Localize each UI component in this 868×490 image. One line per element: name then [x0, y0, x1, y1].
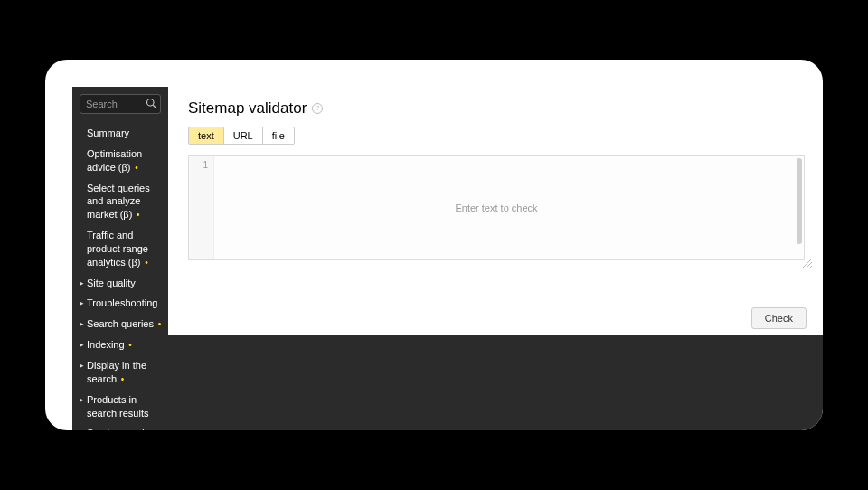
tab-text[interactable]: text: [188, 127, 224, 145]
sidebar-item-1[interactable]: ▸Optimisation advice (β) •: [80, 144, 168, 178]
caret-right-icon: ▸: [80, 277, 87, 289]
caret-right-icon: ▸: [80, 427, 87, 430]
sidebar-item-7[interactable]: ▸Indexing •: [80, 335, 168, 355]
tabs: textURLfile: [188, 127, 805, 145]
status-dot-icon: •: [156, 319, 161, 329]
caret-right-icon: ▸: [80, 297, 87, 309]
sidebar-item-label: Optimisation advice (β) •: [87, 147, 165, 174]
page-title: Sitemap validator: [188, 99, 307, 118]
status-dot-icon: •: [118, 374, 124, 384]
sidebar-item-label: Search queries •: [87, 317, 165, 331]
content: Sitemap validator ? textURLfile 1 Enter …: [168, 87, 823, 430]
search-icon: [146, 98, 156, 108]
check-button[interactable]: Check: [751, 307, 807, 329]
sidebar-item-0[interactable]: ▸Summary: [80, 123, 168, 144]
editor-gutter: 1: [189, 156, 214, 259]
search-wrap: [80, 94, 161, 114]
sidebar-item-9[interactable]: ▸Products in search results: [80, 390, 168, 424]
sidebar-item-10[interactable]: ▸Services and offers in search results •: [80, 423, 168, 430]
sidebar-item-label: Site quality: [87, 277, 165, 290]
caret-right-icon: ▸: [80, 393, 87, 406]
svg-point-0: [147, 99, 155, 107]
sidebar-item-8[interactable]: ▸Display in the search •: [80, 355, 168, 390]
caret-right-icon: ▸: [80, 359, 87, 372]
sidebar-item-label: Summary: [87, 127, 165, 140]
tab-url[interactable]: URL: [223, 127, 263, 145]
sidebar-item-label: Products in search results: [87, 393, 165, 420]
caret-right-icon: ▸: [80, 317, 87, 330]
main-panel: Sitemap validator ? textURLfile 1 Enter …: [168, 87, 823, 335]
sidebar-item-label: Display in the search •: [87, 359, 165, 386]
sidebar-item-3[interactable]: ▸Traffic and product range analytics (β)…: [80, 225, 168, 273]
svg-line-1: [153, 105, 156, 108]
tab-file[interactable]: file: [262, 127, 295, 145]
editor[interactable]: 1 Enter text to check: [188, 155, 805, 260]
status-dot-icon: •: [143, 258, 148, 268]
editor-placeholder: Enter text to check: [455, 203, 537, 213]
status-dot-icon: •: [127, 340, 132, 350]
status-dot-icon: •: [133, 163, 138, 173]
caret-right-icon: ▸: [80, 338, 87, 351]
sidebar: ▸Summary▸Optimisation advice (β) •▸Selec…: [72, 87, 168, 430]
sidebar-item-label: Troubleshooting: [87, 297, 165, 310]
sidebar-item-label: Indexing •: [87, 338, 165, 352]
sidebar-item-label: Traffic and product range analytics (β) …: [87, 229, 165, 269]
sidebar-item-label: Select queries and analyze market (β) •: [87, 182, 165, 222]
status-dot-icon: •: [134, 210, 139, 220]
sidebar-item-6[interactable]: ▸Search queries •: [80, 314, 168, 335]
scrollbar[interactable]: [797, 158, 802, 244]
info-icon[interactable]: ?: [312, 103, 323, 114]
sidebar-item-label: Services and offers in search results •: [87, 427, 165, 430]
sidebar-item-4[interactable]: ▸Site quality: [80, 273, 168, 294]
sidebar-item-2[interactable]: ▸Select queries and analyze market (β) •: [80, 178, 168, 226]
sidebar-item-5[interactable]: ▸Troubleshooting: [80, 293, 168, 314]
